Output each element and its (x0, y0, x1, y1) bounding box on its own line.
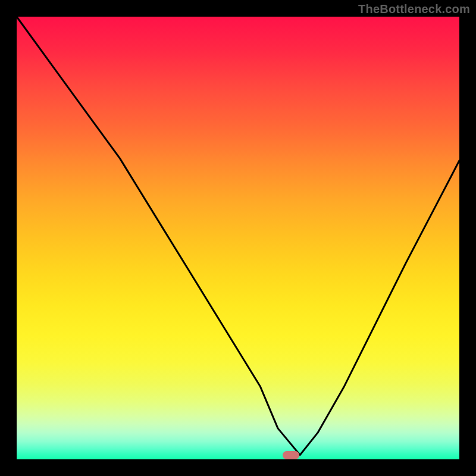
optimal-marker (283, 451, 299, 459)
bottleneck-curve (17, 17, 459, 455)
chart-container: TheBottleneck.com (0, 0, 476, 476)
chart-svg (17, 17, 459, 459)
watermark-text: TheBottleneck.com (358, 2, 470, 16)
